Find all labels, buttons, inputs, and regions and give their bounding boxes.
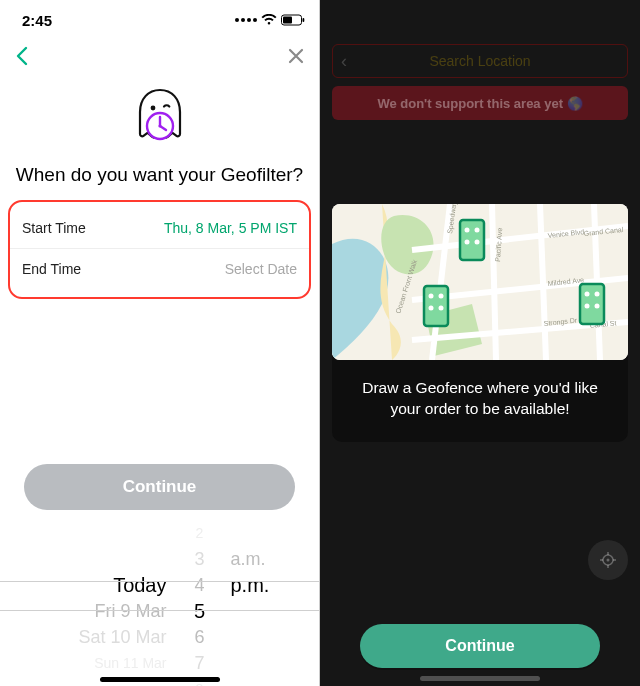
nav-bar [0, 40, 319, 76]
start-time-label: Start Time [22, 220, 86, 236]
svg-rect-2 [303, 18, 305, 22]
svg-rect-27 [580, 284, 604, 324]
picker-ampm-column[interactable]: a.m. p.m. [215, 520, 285, 686]
svg-point-24 [439, 294, 444, 299]
svg-point-7 [607, 559, 610, 562]
home-indicator [420, 676, 540, 681]
end-time-label: End Time [22, 261, 81, 277]
svg-point-28 [585, 292, 590, 297]
svg-point-26 [439, 306, 444, 311]
start-time-row[interactable]: Start Time Thu, 8 Mar, 5 PM IST [10, 208, 309, 248]
continue-button[interactable]: Continue [360, 624, 600, 668]
svg-point-30 [585, 304, 590, 309]
map-thumbnail: Speedway Pacific Ave Venice Blvd Grand C… [332, 204, 628, 360]
svg-point-5 [158, 124, 161, 127]
back-button[interactable] [14, 46, 30, 70]
continue-button[interactable]: Continue [24, 464, 295, 510]
svg-point-21 [475, 240, 480, 245]
start-time-value: Thu, 8 Mar, 5 PM IST [164, 220, 297, 236]
search-bar[interactable]: ‹ Search Location [332, 44, 628, 78]
continue-button-label: Continue [123, 477, 197, 497]
svg-point-3 [150, 106, 155, 111]
banner-text: We don't support this area yet 🌎 [377, 96, 582, 111]
svg-point-29 [595, 292, 600, 297]
status-time: 2:45 [22, 12, 52, 29]
modal-text: Draw a Geofence where you'd like your or… [332, 378, 628, 424]
time-selection-box: Start Time Thu, 8 Mar, 5 PM IST End Time… [8, 200, 311, 299]
locate-button[interactable] [588, 540, 628, 580]
svg-rect-1 [283, 17, 292, 24]
phone-left: 2:45 When do you want your Geof [0, 0, 320, 686]
svg-point-23 [429, 294, 434, 299]
svg-point-18 [465, 228, 470, 233]
wifi-icon [261, 14, 277, 26]
svg-rect-17 [460, 220, 484, 260]
picker-day-column[interactable]: Today Fri 9 Mar Sat 10 Mar Sun 11 Mar [35, 520, 185, 686]
end-time-row[interactable]: End Time Select Date [10, 248, 309, 289]
search-placeholder: Search Location [429, 53, 530, 69]
home-indicator [100, 677, 220, 682]
geofence-modal: Speedway Pacific Ave Venice Blvd Grand C… [332, 204, 628, 442]
ghost-clock-icon [0, 76, 319, 162]
svg-point-19 [475, 228, 480, 233]
svg-rect-22 [424, 286, 448, 326]
svg-point-25 [429, 306, 434, 311]
end-time-value: Select Date [225, 261, 297, 277]
picker-hour-column[interactable]: 2 3 4 5 6 7 8 [185, 520, 215, 686]
cellular-icon [235, 18, 257, 22]
page-title: When do you want your Geofilter? [0, 162, 319, 200]
back-chevron-icon[interactable]: ‹ [341, 51, 347, 72]
status-bar: 2:45 [0, 0, 319, 40]
phone-right: ‹ Search Location We don't support this … [320, 0, 640, 686]
unsupported-area-banner: We don't support this area yet 🌎 [332, 86, 628, 120]
continue-button-label: Continue [445, 637, 514, 655]
date-picker[interactable]: Today Fri 9 Mar Sat 10 Mar Sun 11 Mar 2 … [0, 520, 319, 686]
close-button[interactable] [287, 47, 305, 69]
battery-icon [281, 14, 305, 26]
svg-point-31 [595, 304, 600, 309]
svg-point-20 [465, 240, 470, 245]
status-indicators [235, 14, 305, 26]
